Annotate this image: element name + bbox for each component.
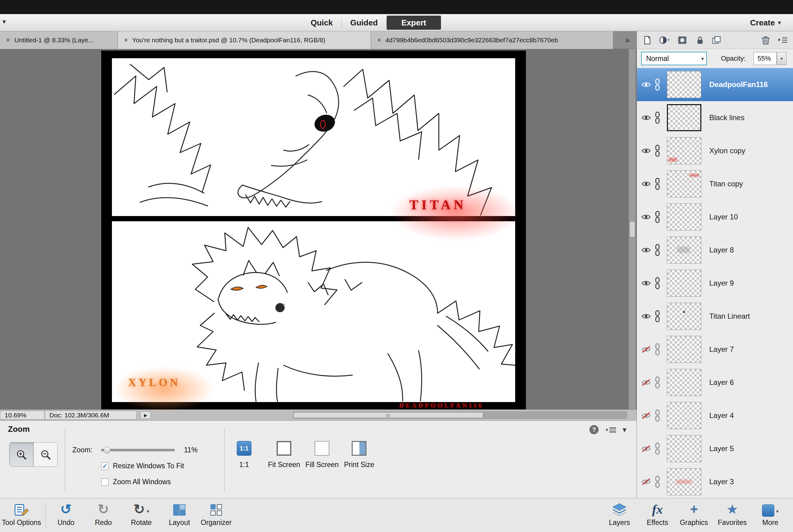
document-tab-traitor[interactable]: × You're nothing but a traitor.psd @ 10.… xyxy=(118,31,371,49)
visibility-eye-icon[interactable] xyxy=(640,80,652,90)
zoom-out-tool-button[interactable] xyxy=(33,442,57,467)
link-chain-icon[interactable] xyxy=(654,410,661,422)
resize-windows-checkbox[interactable]: Resize Windows To Fit xyxy=(101,462,184,470)
tab-expert[interactable]: Expert xyxy=(387,16,441,30)
horizontal-scrollbar[interactable] xyxy=(293,412,627,419)
close-icon[interactable]: × xyxy=(377,37,381,43)
layer-row[interactable]: Xylon copy xyxy=(637,134,793,167)
tab-overflow-button[interactable]: » xyxy=(625,31,630,49)
link-chain-icon[interactable] xyxy=(654,442,661,455)
horizontal-scrollbar-thumb[interactable] xyxy=(293,412,483,418)
layer-thumbnail[interactable] xyxy=(667,104,701,131)
layer-row[interactable]: Layer 4 xyxy=(637,399,793,432)
zoom-all-windows-checkbox[interactable]: Zoom All Windows xyxy=(101,478,171,486)
document-canvas[interactable]: TITAN XYLON DEADPOOLFAN116 xyxy=(101,51,526,410)
vertical-scrollbar-thumb[interactable] xyxy=(630,221,635,237)
print-size-button[interactable]: Print Size xyxy=(344,441,374,469)
layer-mask-icon[interactable] xyxy=(677,35,688,45)
adjustment-layer-icon[interactable] xyxy=(659,35,670,45)
link-chain-icon[interactable] xyxy=(654,78,661,91)
panel-menu-icon[interactable]: ▾ xyxy=(606,426,616,434)
visibility-eye-icon[interactable] xyxy=(640,212,652,222)
link-chain-icon[interactable] xyxy=(654,112,661,124)
canvas-area[interactable]: TITAN XYLON DEADPOOLFAN116 xyxy=(0,49,637,410)
layer-thumbnail[interactable] xyxy=(667,402,701,429)
layer-thumbnail[interactable] xyxy=(667,270,701,297)
collapse-panel-icon[interactable]: ▾ xyxy=(623,425,626,435)
document-tab-untitled[interactable]: × Untitled-1 @ 8.33% (Laye... xyxy=(0,31,118,49)
visibility-eye-icon[interactable] xyxy=(640,146,652,156)
duplicate-layer-icon[interactable] xyxy=(711,35,722,45)
visibility-eye-icon[interactable] xyxy=(640,344,652,354)
zoom-slider-knob[interactable] xyxy=(104,447,110,454)
visibility-eye-icon[interactable] xyxy=(640,477,652,487)
layer-row[interactable]: Layer 10 xyxy=(637,201,793,233)
new-layer-icon[interactable] xyxy=(642,35,653,45)
close-icon[interactable]: × xyxy=(124,37,128,43)
zoom-percent-readout[interactable]: 10.69% xyxy=(0,411,45,420)
layer-row[interactable]: Black lines xyxy=(637,101,793,134)
tab-quick[interactable]: Quick xyxy=(302,14,341,31)
organizer-button[interactable]: Organizer xyxy=(193,501,239,527)
layer-thumbnail[interactable] xyxy=(667,170,701,197)
zoom-slider[interactable] xyxy=(101,449,175,451)
layer-row[interactable]: Layer 3 xyxy=(637,465,793,498)
link-chain-icon[interactable] xyxy=(654,244,661,256)
chevron-down-icon[interactable]: ▾ xyxy=(2,18,6,26)
more-button[interactable]: ▾ More xyxy=(747,501,793,527)
layer-thumbnail[interactable] xyxy=(667,137,701,164)
link-chain-icon[interactable] xyxy=(654,145,661,157)
fit-screen-button[interactable]: Fit Screen xyxy=(268,441,300,469)
link-chain-icon[interactable] xyxy=(654,310,661,322)
panel-menu-icon[interactable] xyxy=(777,35,788,45)
link-chain-icon[interactable] xyxy=(654,277,661,289)
visibility-eye-icon[interactable] xyxy=(640,444,652,454)
layer-row[interactable]: Titan Lineart xyxy=(637,300,793,333)
layer-thumbnail[interactable] xyxy=(667,236,701,264)
opacity-dropdown-button[interactable]: ▾ xyxy=(777,52,787,65)
document-tab-hash[interactable]: × 4d799b4b6ed0bd6503d390c9e322663bef7a27… xyxy=(371,31,613,49)
link-chain-icon[interactable] xyxy=(654,476,661,488)
link-chain-icon[interactable] xyxy=(654,178,661,190)
link-chain-icon[interactable] xyxy=(654,343,661,356)
visibility-eye-icon[interactable] xyxy=(640,245,652,255)
blend-mode-select[interactable]: Normal ▾ xyxy=(641,52,707,65)
trash-icon[interactable] xyxy=(760,35,771,45)
visibility-eye-icon[interactable] xyxy=(640,411,652,420)
layer-thumbnail[interactable] xyxy=(667,435,701,462)
create-button[interactable]: Create ▾ xyxy=(750,14,781,31)
layer-thumbnail[interactable] xyxy=(667,204,701,230)
lock-icon[interactable] xyxy=(695,35,706,45)
doc-size-readout[interactable]: Doc: 102.3M/306.6M xyxy=(45,411,137,420)
layer-thumbnail[interactable] xyxy=(667,336,701,363)
link-chain-icon[interactable] xyxy=(654,211,661,223)
vertical-scrollbar[interactable] xyxy=(629,49,636,410)
layer-row[interactable]: Layer 6 xyxy=(637,366,793,399)
zoom-in-tool-button[interactable] xyxy=(10,442,33,467)
status-expand-button[interactable]: ▶ xyxy=(141,411,151,419)
layer-row[interactable]: Layer 8 xyxy=(637,233,793,267)
layer-row[interactable]: Layer 9 xyxy=(637,267,793,300)
one-to-one-button[interactable]: 1:1 1:1 xyxy=(237,441,252,469)
link-chain-icon[interactable] xyxy=(654,376,661,388)
layer-row[interactable]: Layer 7 xyxy=(637,333,793,366)
opacity-value-field[interactable]: 55% xyxy=(753,52,777,65)
layer-thumbnail[interactable] xyxy=(667,468,701,495)
help-icon[interactable]: ? xyxy=(589,425,598,434)
visibility-eye-icon[interactable] xyxy=(640,378,652,387)
tool-options-button[interactable]: Tool Options xyxy=(0,501,44,527)
zoom-value[interactable]: 11% xyxy=(184,446,198,454)
visibility-eye-icon[interactable] xyxy=(640,179,652,189)
visibility-eye-icon[interactable] xyxy=(640,311,652,321)
checkbox[interactable] xyxy=(101,462,109,470)
checkbox[interactable] xyxy=(101,478,109,486)
layer-row[interactable]: DeadpoolFan116 xyxy=(637,68,793,101)
visibility-eye-icon[interactable] xyxy=(640,278,652,288)
layer-thumbnail[interactable] xyxy=(667,71,701,98)
fill-screen-button[interactable]: Fill Screen xyxy=(306,441,339,469)
layer-row[interactable]: Titan copy xyxy=(637,167,793,201)
visibility-eye-icon[interactable] xyxy=(640,113,652,122)
close-icon[interactable]: × xyxy=(6,37,10,43)
layer-row[interactable]: Layer 5 xyxy=(637,432,793,465)
tab-guided[interactable]: Guided xyxy=(342,14,386,31)
